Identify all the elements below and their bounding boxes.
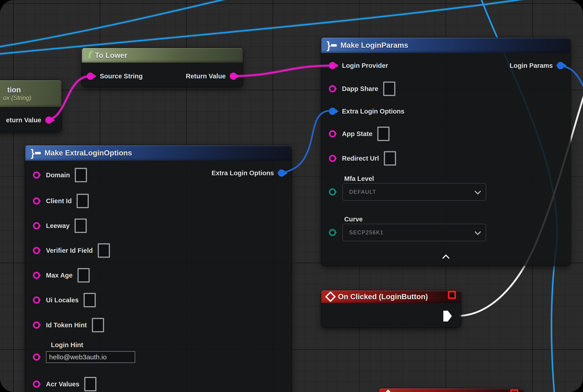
chevron-down-icon — [475, 188, 481, 194]
acr-values-pin[interactable] — [33, 380, 40, 388]
id-token-hint-checkbox[interactable] — [92, 318, 104, 332]
return-value-pin[interactable] — [45, 116, 52, 124]
node-make-login-params-title: Make LoginParams — [340, 41, 408, 50]
node-to-lower-title: To Lower — [95, 51, 127, 60]
node-get-text-subtitle: ox (String) — [3, 94, 31, 102]
node-on-clicked-logout-header[interactable]: On Clicked (LogoutButton) — [379, 388, 523, 392]
mfa-level-dropdown[interactable]: DEFAULT — [342, 183, 486, 201]
wire-pink-tolower-to-provider — [230, 66, 333, 76]
node-make-login-params-header[interactable]: } Make LoginParams — [321, 38, 570, 53]
ui-locales-label: Ui Locales — [46, 296, 78, 304]
verifier-id-field-checkbox[interactable] — [98, 243, 110, 258]
pin-row-leeway: Leeway — [25, 218, 292, 233]
node-get-text[interactable]: tion ox (String) eturn Value — [0, 80, 62, 132]
mfa-level-label: Mfa Level — [344, 175, 374, 182]
leeway-pin[interactable] — [33, 222, 40, 229]
node-on-clicked-login-header[interactable]: On Clicked (LoginButton) — [321, 290, 461, 303]
max-age-label: Max Age — [46, 272, 72, 279]
login-hint-input[interactable] — [46, 351, 135, 363]
app-state-pin[interactable] — [329, 130, 336, 138]
login-params-out-label: Login Params — [510, 62, 553, 70]
login-provider-pin[interactable] — [329, 62, 336, 69]
pin-row-verifier-id-field: Verifier Id Field — [25, 243, 292, 258]
domain-label: Domain — [46, 172, 70, 179]
collapse-node-chevron-icon[interactable] — [442, 254, 450, 262]
node-on-clicked-login-title: On Clicked (LoginButton) — [338, 292, 428, 301]
source-string-label: Source String — [100, 72, 142, 80]
node-get-text-header[interactable]: tion ox (String) — [0, 80, 62, 107]
node-on-clicked-logout-title: On Clicked (LogoutButton) — [396, 391, 491, 392]
client-id-pin[interactable] — [33, 197, 40, 204]
leeway-label: Leeway — [46, 222, 70, 230]
event-diamond-icon — [383, 390, 394, 392]
login-hint-pin[interactable] — [33, 354, 40, 361]
verifier-id-field-pin[interactable] — [33, 247, 40, 254]
node-to-lower-header[interactable]: f To Lower — [82, 48, 243, 63]
node-make-extra-header[interactable]: } Make ExtraLoginOptions — [25, 145, 292, 161]
extra-login-options-in-label: Extra Login Options — [342, 108, 404, 115]
chevron-down-icon — [475, 229, 481, 235]
domain-pin[interactable] — [33, 172, 40, 179]
pin-row-curve: SECP256K1 — [321, 224, 570, 241]
max-age-checkbox[interactable] — [78, 268, 90, 282]
node-on-clicked-login-button[interactable]: On Clicked (LoginButton) — [321, 290, 461, 327]
pin-row-redirect-url: Redirect Url — [321, 151, 570, 166]
redirect-url-checkbox[interactable] — [384, 151, 396, 166]
curve-label: Curve — [344, 216, 363, 223]
dapp-share-pin[interactable] — [329, 85, 336, 92]
redirect-url-label: Redirect Url — [342, 155, 379, 162]
app-state-label: App State — [342, 130, 372, 138]
delegate-pin[interactable] — [510, 389, 518, 392]
pin-row-id-token-hint: Id Token Hint — [25, 318, 292, 332]
pin-row-app-state: App State — [321, 126, 570, 141]
login-provider-label: Login Provider — [342, 62, 388, 70]
function-icon: f — [87, 50, 91, 60]
verifier-id-field-label: Verifier Id Field — [46, 247, 93, 254]
node-make-login-params[interactable]: } Make LoginParams Login Provider Login … — [321, 38, 570, 266]
mfa-level-pin[interactable] — [329, 188, 336, 196]
ui-locales-checkbox[interactable] — [84, 293, 96, 307]
node-get-text-output-row: eturn Value — [0, 113, 62, 127]
client-id-checkbox[interactable] — [76, 194, 89, 208]
domain-checkbox[interactable] — [75, 168, 87, 182]
exec-out-pin[interactable] — [443, 311, 452, 322]
curve-dropdown[interactable]: SECP256K1 — [342, 224, 486, 241]
extra-login-options-in-pin[interactable] — [329, 108, 336, 115]
wire-blue-top-1-glow — [0, 0, 246, 48]
curve-pin[interactable] — [329, 229, 336, 236]
return-value-pin[interactable] — [230, 72, 237, 80]
pin-row-ui-locales: Ui Locales — [25, 293, 292, 307]
pin-row-acr-values: Acr Values — [25, 377, 292, 391]
pin-row-login-provider: Login Provider Login Params — [321, 58, 570, 73]
login-hint-label: Login Hint — [51, 341, 83, 349]
pin-row-dapp-share: Dapp Share — [321, 82, 570, 96]
pin-row-extra-login-options-in: Extra Login Options — [321, 104, 570, 118]
node-make-extra-login-options[interactable]: } Make ExtraLoginOptions Extra Login Opt… — [25, 145, 292, 392]
return-value-label: eturn Value — [6, 116, 41, 124]
blueprint-graph-canvas[interactable]: tion ox (String) eturn Value f To Lower … — [0, 0, 583, 392]
curve-value: SECP256K1 — [349, 229, 384, 236]
pin-row-mfa-level: DEFAULT — [321, 184, 570, 200]
wire-pink-2-glow — [230, 66, 333, 76]
pin-row-max-age: Max Age — [25, 268, 292, 282]
id-token-hint-label: Id Token Hint — [46, 322, 87, 329]
acr-values-checkbox[interactable] — [84, 377, 96, 391]
app-state-checkbox[interactable] — [377, 126, 390, 141]
max-age-pin[interactable] — [33, 272, 40, 279]
client-id-label: Client Id — [46, 197, 72, 205]
dapp-share-checkbox[interactable] — [383, 82, 395, 96]
delegate-pin[interactable] — [448, 291, 456, 299]
pin-row-client-id: Client Id — [25, 194, 292, 208]
wire-blue-top-1 — [0, 0, 246, 48]
redirect-url-pin[interactable] — [329, 155, 336, 162]
node-on-clicked-logout-button[interactable]: On Clicked (LogoutButton) — [379, 388, 523, 392]
node-get-text-title: tion — [7, 86, 21, 94]
source-string-pin[interactable] — [87, 72, 94, 80]
node-to-lower[interactable]: f To Lower Source String Return Value — [82, 48, 243, 87]
ui-locales-pin[interactable] — [33, 296, 40, 304]
leeway-checkbox[interactable] — [74, 218, 87, 233]
login-params-out-pin[interactable] — [557, 62, 564, 69]
source-string-row: Source String Return Value — [82, 69, 243, 83]
id-token-hint-pin[interactable] — [33, 322, 40, 329]
acr-values-label: Acr Values — [46, 380, 79, 388]
